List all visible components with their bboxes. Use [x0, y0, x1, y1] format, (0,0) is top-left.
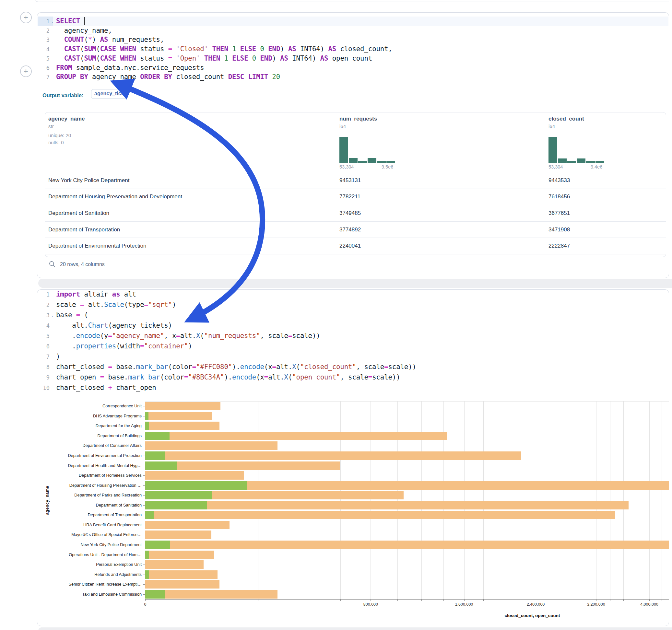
y-axis-label: New York City Police Department [38, 542, 142, 547]
code-line[interactable]: COUNT(*) AS num_requests, [56, 35, 668, 43]
bar-open_count[interactable] [145, 590, 165, 599]
table-shape-label: 20 rows, 4 columns [60, 262, 105, 267]
bar-closed_count[interactable] [145, 560, 203, 569]
bar-closed_count[interactable] [145, 590, 278, 599]
y-axis-label: Department of Sanitation [38, 503, 142, 508]
bottom-gap-band [38, 627, 672, 630]
x-axis-title: closed_count, open_count [504, 613, 560, 618]
y-axis-label: Department of Transportation [38, 512, 142, 517]
code-line[interactable]: CAST(SUM(CASE WHEN status = 'Closed' THE… [56, 45, 668, 53]
table-cell: Department of Sanitation [48, 210, 109, 217]
column-name: num_requests [339, 116, 377, 122]
table-cell: 7618456 [549, 193, 570, 200]
y-tick [143, 436, 145, 436]
y-axis-label: DHS Advantage Programs [38, 413, 142, 418]
table-cell: New York City Police Department [48, 177, 129, 184]
line-number: 6 [37, 65, 50, 71]
x-gridline [519, 401, 519, 599]
bar-closed_count[interactable] [145, 471, 244, 480]
table-cell: Department of Environmental Protection [48, 243, 146, 249]
histogram-max-label: 9.4e6 [591, 164, 602, 169]
fold-chevron-icon[interactable]: ⌄ [51, 20, 54, 24]
bar-closed_count[interactable] [145, 402, 220, 410]
y-axis-label: Department of Health and Mental Hyg… [38, 463, 142, 468]
column-name: closed_count [549, 116, 584, 122]
code-line[interactable]: agency_name, [56, 27, 668, 34]
table-cell: 9453131 [339, 177, 361, 184]
column-type: str [48, 123, 54, 129]
line-number: 3 [37, 37, 50, 43]
table-cell: 2222847 [549, 243, 570, 249]
column-name: agency_name [48, 116, 85, 122]
bar-closed_count[interactable] [145, 511, 615, 519]
bar-open_count[interactable] [145, 511, 154, 519]
bar-open_count[interactable] [145, 461, 177, 470]
x-gridline [536, 401, 536, 599]
search-icon[interactable] [49, 261, 55, 267]
y-axis-label: Personal Exemption Unit [38, 562, 142, 567]
bar-open_count[interactable] [145, 551, 149, 559]
column-histogram[interactable] [339, 137, 395, 163]
x-gridline [662, 401, 662, 599]
bar-open_count[interactable] [145, 501, 207, 509]
bar-closed_count[interactable] [145, 412, 212, 420]
y-tick [143, 466, 145, 466]
x-gridline [370, 401, 371, 599]
output-variable-chip[interactable]: agency_tickets [91, 89, 127, 99]
bar-closed_count[interactable] [145, 521, 230, 529]
bar-open_count[interactable] [145, 432, 170, 440]
y-axis-label: Department for the Aging [38, 423, 142, 428]
cell-gap-band [38, 279, 672, 288]
bar-closed_count[interactable] [145, 531, 211, 539]
table-cell: 3774892 [339, 226, 361, 233]
bar-closed_count[interactable] [145, 580, 219, 588]
bar-closed_count[interactable] [145, 441, 278, 450]
y-tick [143, 426, 145, 426]
bar-open_count[interactable] [145, 421, 149, 430]
x-gridline [582, 401, 582, 599]
histogram-min-label: 53,304 [339, 164, 354, 169]
add-cell-button-top[interactable]: + [20, 12, 32, 23]
bar-closed_count[interactable] [145, 432, 447, 440]
add-cell-button-output[interactable]: + [20, 66, 32, 77]
bar-open_count[interactable] [145, 571, 149, 579]
x-gridline [649, 401, 650, 599]
bar-closed_count[interactable] [145, 551, 214, 559]
y-axis-label: Mayorâ€ s Office of Special Enforce… [38, 532, 142, 537]
bar-open_count[interactable] [145, 481, 247, 490]
bar-open_count[interactable] [145, 540, 170, 549]
bar-closed_count[interactable] [145, 452, 521, 460]
x-axis-label: 2,400,000 [527, 602, 545, 607]
x-gridline [398, 401, 398, 599]
code-line[interactable]: FROM sample_data.nyc.service_requests [56, 64, 668, 72]
table-row: New York City Police Department945313194… [45, 172, 666, 189]
bar-closed_count[interactable] [145, 501, 628, 509]
code-line[interactable]: SELECT [56, 17, 668, 25]
bar-open_count[interactable] [145, 491, 212, 500]
code-line[interactable]: CAST(SUM(CASE WHEN status = 'Open' THEN … [56, 54, 668, 62]
line-number: 4 [37, 46, 50, 52]
bar-closed_count[interactable] [145, 421, 219, 430]
table-row: Department of Environmental Protection22… [45, 238, 666, 255]
code-line[interactable]: GROUP BY agency_name ORDER BY closed_cou… [56, 73, 668, 81]
y-axis-label: Taxi and Limousine Commission [38, 592, 142, 597]
y-tick [143, 535, 145, 535]
y-axis-label: Refunds and Adjustments [38, 572, 142, 577]
y-axis-label: Correspondence Unit [38, 404, 142, 408]
bar-closed_count[interactable] [145, 540, 669, 549]
table-cell: Department of Transportation [48, 226, 120, 233]
y-tick [143, 495, 145, 495]
bar-closed_count[interactable] [145, 571, 217, 579]
line-number: 1 [37, 18, 50, 25]
y-tick [143, 505, 145, 506]
y-tick [143, 485, 145, 486]
x-gridline [464, 401, 464, 599]
column-type: i64 [339, 123, 346, 129]
bar-open_count[interactable] [145, 452, 165, 460]
column-histogram[interactable] [549, 137, 604, 163]
column-type: i64 [549, 123, 555, 129]
line-number: 5 [37, 55, 50, 62]
bar-open_count[interactable] [145, 412, 148, 420]
x-gridline [443, 401, 444, 599]
x-gridline [567, 401, 567, 599]
